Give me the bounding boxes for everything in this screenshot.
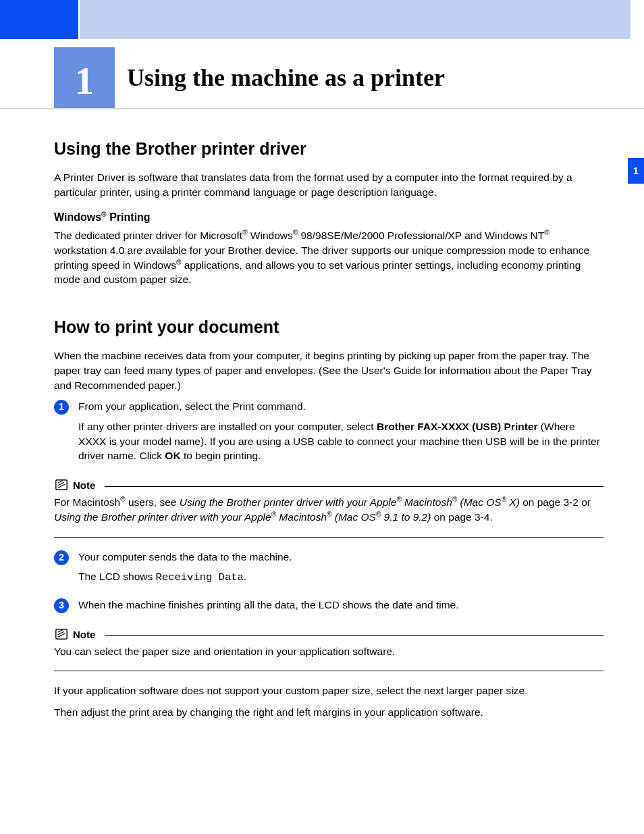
text: on page 3-4. — [431, 511, 492, 523]
step-number-icon: 1 — [54, 400, 69, 415]
section-heading-driver: Using the Brother printer driver — [54, 137, 603, 161]
note-rule — [105, 635, 603, 636]
divider — [54, 671, 603, 671]
chapter-title: Using the machine as a printer — [127, 63, 445, 92]
page-content: Using the Brother printer driver A Print… — [54, 137, 603, 720]
reg-mark: ® — [544, 229, 549, 236]
text-italic: Macintosh — [276, 511, 327, 523]
text-italic: Using the Brother printer driver with yo… — [54, 511, 271, 523]
step3-line: When the machine finishes printing all t… — [78, 598, 603, 613]
step1-line2: If any other printer drivers are install… — [78, 419, 603, 463]
text-bold: OK — [165, 450, 180, 461]
divider — [54, 537, 603, 538]
text-italic: Macintosh — [402, 496, 452, 508]
step2-line1: Your computer sends the data to the mach… — [78, 550, 603, 565]
header-accent-dark — [0, 0, 78, 39]
windows-printing-body: The dedicated printer driver for Microso… — [54, 228, 603, 287]
step-2: 2 Your computer sends the data to the ma… — [54, 550, 603, 591]
section-heading-howto: How to print your document — [54, 315, 603, 339]
text: If any other printer drivers are install… — [78, 421, 377, 432]
section2-intro: When the machine receives data from your… — [54, 348, 603, 392]
step-3: 3 When the machine finishes printing all… — [54, 598, 603, 618]
reg-mark: ® — [242, 229, 247, 236]
header-accent-light — [80, 0, 630, 39]
note2-body: You can select the paper size and orient… — [54, 644, 603, 659]
text: to begin printing. — [181, 450, 261, 461]
note-header-2: Note — [54, 627, 603, 642]
note1-body: For Macintosh® users, see Using the Brot… — [54, 495, 603, 525]
note-label: Note — [73, 627, 95, 642]
step-number-icon: 3 — [54, 598, 69, 613]
side-tab-chapter: 1 — [628, 158, 644, 184]
reg-mark: ® — [120, 496, 125, 503]
text: users, see — [126, 496, 180, 508]
text: Windows — [248, 230, 293, 241]
note-rule — [105, 486, 603, 487]
note-icon — [54, 478, 69, 492]
note-header-1: Note — [54, 478, 603, 492]
reg-mark: ® — [502, 496, 506, 503]
text-italic: Using the Brother printer driver with yo… — [180, 496, 397, 508]
header-bar — [0, 0, 644, 39]
windows-printing-subheading: Windows® Printing — [54, 210, 603, 226]
reg-mark: ® — [271, 511, 276, 518]
reg-mark: ® — [396, 496, 401, 503]
chapter-header: 1 Using the machine as a printer — [0, 47, 644, 109]
chapter-number-box: 1 — [54, 47, 115, 108]
text: For Macintosh — [54, 496, 120, 508]
text: . — [244, 571, 246, 582]
text-italic: (Mac OS — [331, 511, 375, 523]
text: on page 3-2 or — [520, 496, 591, 508]
text: 98/98SE/Me/2000 Professional/XP and Wind… — [298, 230, 544, 241]
text-mono: Receiving Data — [156, 571, 244, 583]
text: Windows — [54, 212, 101, 224]
text-bold: Brother FAX-XXXX (USB) Printer — [377, 421, 538, 432]
text-italic: 9.1 to 9.2) — [381, 511, 431, 523]
tail-para-2: Then adjust the print area by changing t… — [54, 705, 603, 720]
note-label: Note — [73, 478, 95, 492]
step-body: From your application, select the Print … — [78, 399, 603, 469]
tail-para-1: If your application software does not su… — [54, 683, 603, 698]
text: Printing — [107, 212, 151, 224]
step-1: 1 From your application, select the Prin… — [54, 399, 603, 469]
section1-intro: A Printer Driver is software that transl… — [54, 170, 603, 199]
step-body: Your computer sends the data to the mach… — [78, 550, 603, 591]
step-body: When the machine finishes printing all t… — [78, 598, 603, 618]
step-number-icon: 2 — [54, 550, 69, 565]
step2-line2: The LCD shows Receiving Data. — [78, 569, 603, 585]
step1-line1: From your application, select the Print … — [78, 399, 603, 414]
text-italic: (Mac OS — [457, 496, 501, 508]
text: The LCD shows — [78, 571, 156, 582]
text-italic: X) — [506, 496, 520, 508]
note-icon — [54, 627, 69, 641]
reg-mark: ® — [101, 211, 107, 218]
text: The dedicated printer driver for Microso… — [54, 230, 242, 241]
